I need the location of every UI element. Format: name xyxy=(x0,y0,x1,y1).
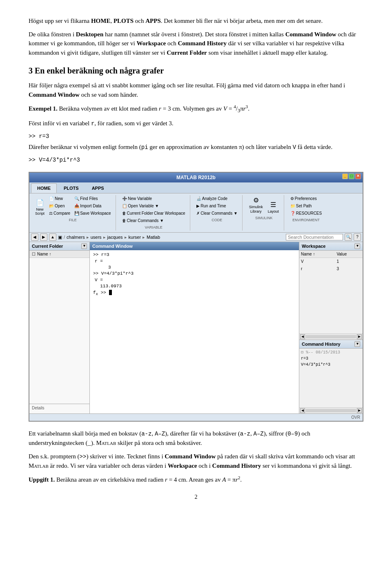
search-documentation-input[interactable] xyxy=(286,234,343,240)
command-window-panel[interactable]: Command Window >> r=3 r = 3 >> V=4/3*pi*… xyxy=(90,242,299,413)
workspace-val-r: 3 xyxy=(335,265,363,273)
current-folder-content xyxy=(29,258,89,404)
history-cmd-v[interactable]: V=4/3*pi*r^3 xyxy=(301,362,361,368)
history-scroll-right[interactable]: ▶ xyxy=(357,408,362,413)
simulink-icon: ⚙ xyxy=(252,196,261,205)
paragraph-1: Högst upp ser vi flikarna HOME, PLOTS oc… xyxy=(29,16,363,26)
code-r3: >> r=3 xyxy=(29,132,363,141)
analyze-code-button[interactable]: 🔬 Analyze Code xyxy=(195,195,239,202)
file-buttons: 📄 NewScript 📄 New 📂 Open ⚖ Compare xyxy=(33,195,112,217)
cmd-line-1: >> r=3 xyxy=(93,252,296,258)
workspace-table: Name ↑ Value V 1 r 3 xyxy=(299,251,363,273)
matlab-titlebar: MATLAB R2012b _ □ ✕ xyxy=(29,173,363,182)
workspace-row-r: r 3 xyxy=(299,265,363,273)
forward-button[interactable]: ▶ xyxy=(40,233,47,241)
paragraph-2: De olika fönstren i Desktopen har namn (… xyxy=(29,30,363,58)
cursor xyxy=(109,290,112,295)
cmd-line-5: V = xyxy=(93,277,296,283)
code-v: >> V=4/3*pi*r^3 xyxy=(29,156,363,164)
command-window-title: Command Window xyxy=(92,244,133,249)
maximize-button[interactable]: □ xyxy=(349,173,354,179)
set-path-button[interactable]: 📁 Set Path xyxy=(289,202,323,209)
resources-button[interactable]: ❓ RESOURCES xyxy=(289,210,323,217)
help-button[interactable]: ? xyxy=(354,233,361,241)
scroll-right-button[interactable]: ▶ xyxy=(357,334,362,339)
path-kurser[interactable]: kurser xyxy=(129,234,141,241)
matlab-ribbon: HOME PLOTS APPS 📄 NewScript 📄 New xyxy=(29,182,363,233)
variable-group-label: VARIABLE xyxy=(145,225,162,231)
path-users[interactable]: users xyxy=(91,234,102,241)
close-button[interactable]: ✕ xyxy=(355,173,361,179)
ribbon-group-environment: ⚙ Preferences 📁 Set Path ❓ RESOURCES ENV… xyxy=(287,195,326,231)
import-data-button[interactable]: 📥 Import Data xyxy=(73,202,112,209)
compare-button[interactable]: ⚖ Compare xyxy=(48,210,71,217)
section-para-3: Först inför vi en variabel r, för radien… xyxy=(29,119,363,128)
clear-commands-code-button[interactable]: ✗ Clear Commands ▼ xyxy=(195,210,239,217)
run-time-button[interactable]: ▶ Run and Time xyxy=(195,202,239,209)
workspace-options-button[interactable]: ▾ xyxy=(354,243,360,249)
name-column-header[interactable]: Name ↑ xyxy=(37,251,51,257)
open-variable-button[interactable]: 📋 Open Variable ▼ xyxy=(121,202,187,209)
history-scrollbar[interactable]: ◀ ▶ xyxy=(299,407,363,413)
ribbon-group-simulink: ⚙ SimulinkLibrary ☰ Layout SIMULINK xyxy=(246,195,284,231)
path-jacques[interactable]: jacques xyxy=(107,234,123,241)
window-controls[interactable]: _ □ ✕ xyxy=(342,173,361,179)
clear-workspace-button[interactable]: 🗑 Current Folder Clear Workspace xyxy=(121,210,187,217)
workspace-value-col[interactable]: Value xyxy=(335,251,363,258)
tab-home[interactable]: HOME xyxy=(31,183,57,193)
tab-plots[interactable]: PLOTS xyxy=(58,183,85,193)
ribbon-group-file: 📄 NewScript 📄 New 📂 Open ⚖ Compare xyxy=(32,195,116,231)
command-window-header: Command Window xyxy=(90,242,299,251)
scrollbar-track[interactable] xyxy=(306,335,356,338)
ribbon-group-variable: ➕ New Variable 📋 Open Variable ▼ 🗑 Curre… xyxy=(119,195,190,231)
matlab-title: MATLAB R2012b xyxy=(176,175,216,180)
command-history-options-button[interactable]: ▾ xyxy=(354,341,360,347)
current-folder-options-button[interactable]: ▾ xyxy=(81,243,87,249)
workspace-name-col[interactable]: Name ↑ xyxy=(299,251,335,258)
new-button[interactable]: 📄 New xyxy=(48,195,71,202)
right-panels: Workspace ▾ Name ↑ Value V xyxy=(299,242,363,413)
minimize-button[interactable]: _ xyxy=(342,173,348,179)
section-heading: 3 En enkel beräkning och några grafer xyxy=(29,64,363,77)
command-window-content[interactable]: >> r=3 r = 3 >> V=4/3*pi*r^3 V = 113.097… xyxy=(90,250,299,413)
ribbon-content: 📄 NewScript 📄 New 📂 Open ⚖ Compare xyxy=(29,193,363,232)
history-cmd-r3[interactable]: r=3 xyxy=(301,356,361,362)
tab-apps[interactable]: APPS xyxy=(86,183,110,193)
history-scrollbar-track[interactable] xyxy=(306,409,356,412)
new-variable-button[interactable]: ➕ New Variable xyxy=(121,195,187,202)
command-history-panel: Command History ▾ ⊟ %-- 08/15/2013 r=3 V… xyxy=(299,340,363,413)
workspace-var-r: r xyxy=(299,265,335,273)
search-button[interactable]: 🔍 xyxy=(345,233,352,241)
save-workspace-button[interactable]: 💾 Save Workspace xyxy=(73,210,112,217)
history-scroll-left[interactable]: ◀ xyxy=(300,408,305,413)
path-chalmers[interactable]: chalmers xyxy=(67,234,85,241)
section-para-2: Exempel 1. Beräkna volymen av ett klot m… xyxy=(29,103,363,115)
task-1: Uppgift 1. Beräkna arean av en cirkelski… xyxy=(29,474,363,484)
section-para-1: Här följer några exempel så att vi snabb… xyxy=(29,81,363,99)
up-button[interactable]: ▲ xyxy=(49,233,56,241)
workspace-scrollbar[interactable]: ◀ ▶ xyxy=(299,333,363,340)
layout-button[interactable]: ☰ Layout xyxy=(266,200,281,215)
ribbon-tabs: HOME PLOTS APPS xyxy=(29,182,363,194)
code-group-label: CODE xyxy=(212,218,222,223)
path-root: ▣ xyxy=(58,234,62,241)
para-variable-names: Ett variabelnamn skall börja med en boks… xyxy=(29,429,363,448)
section-para-4: Därefter beräknar vi volymen enligt form… xyxy=(29,142,363,152)
find-files-icon: 🔍 xyxy=(74,196,79,202)
scroll-left-button[interactable]: ◀ xyxy=(300,334,305,339)
workspace-header: Workspace ▾ xyxy=(299,242,363,251)
clear-commands-button[interactable]: 🗑 Clear Commands ▼ xyxy=(121,217,187,224)
back-button[interactable]: ◀ xyxy=(31,233,38,241)
cmd-line-2: r = xyxy=(93,258,296,264)
variable-buttons: ➕ New Variable 📋 Open Variable ▼ 🗑 Curre… xyxy=(121,195,187,224)
new-script-button[interactable]: 📄 NewScript xyxy=(33,198,46,217)
path-matlab[interactable]: Matlab xyxy=(147,234,160,241)
matlab-main-area: Current Folder ▾ ☐ Name ↑ Details Comman… xyxy=(29,242,363,413)
current-folder-col-header: ☐ Name ↑ xyxy=(29,251,89,258)
environment-group-label: ENVIRONMENT xyxy=(292,218,320,223)
find-files-button[interactable]: 🔍 Find Files xyxy=(73,195,112,202)
open-button[interactable]: 📂 Open xyxy=(48,202,71,209)
preferences-button[interactable]: ⚙ Preferences xyxy=(289,195,323,202)
simulink-library-button[interactable]: ⚙ SimulinkLibrary xyxy=(247,195,265,215)
workspace-title: Workspace xyxy=(302,243,326,250)
